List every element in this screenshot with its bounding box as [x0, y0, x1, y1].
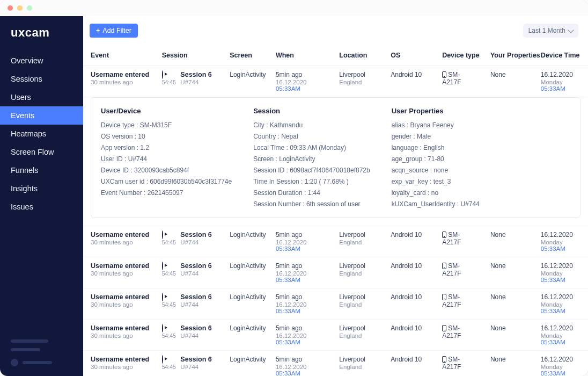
play-icon[interactable] — [162, 262, 163, 270]
your-properties: None — [483, 288, 533, 319]
row-detail-panel: User/DeviceDevice type : SM-M315FOS vers… — [83, 97, 588, 226]
sidebar-item-funnels[interactable]: Funnels — [0, 161, 83, 179]
location-country: England — [339, 301, 379, 308]
toolbar: + Add Filter Last 1 Month — [83, 16, 588, 45]
sidebar-item-users[interactable]: Users — [0, 88, 83, 106]
logo: uxcam — [0, 16, 83, 52]
col-screen[interactable]: Screen — [222, 45, 268, 66]
table-row[interactable]: Username entered30 minutes ago54:45Sessi… — [83, 66, 588, 97]
os-name: Android 10 — [383, 257, 435, 288]
table-row[interactable]: Username entered30 minutes ago54:45Sessi… — [83, 288, 588, 319]
screen-name: LoginActivity — [222, 226, 268, 257]
sidebar: uxcam OverviewSessionsUsersEventsHeatmap… — [0, 16, 83, 376]
device-date: 16.12.2020 — [541, 356, 584, 363]
zoom-dot[interactable] — [27, 5, 32, 11]
device-type: SM-A217F — [435, 257, 483, 288]
detail-line: Event Number : 2621455097 — [101, 187, 232, 199]
when-abs: 16.12.2020 05:33AM — [276, 332, 327, 345]
col-os[interactable]: OS — [383, 45, 435, 66]
location-city: Liverpool — [339, 293, 379, 301]
detail-line: acqn_source : none — [392, 165, 480, 176]
detail-line: Local Time : 09:33 AM (Monday) — [253, 142, 370, 154]
your-properties: None — [483, 66, 533, 97]
event-name: Username entered — [91, 71, 150, 78]
close-dot[interactable] — [8, 5, 13, 11]
session-name[interactable]: Session 6 — [180, 293, 218, 301]
detail-session: SessionCity : KathmanduCountry : NepalLo… — [253, 105, 370, 210]
device-type: SM-A217F — [435, 66, 483, 97]
location-country: England — [339, 364, 379, 370]
device-type: SM-A217F — [435, 288, 483, 319]
os-name: Android 10 — [383, 66, 435, 97]
sidebar-item-screen-flow[interactable]: Screen Flow — [0, 143, 83, 161]
detail-line: Country : Nepal — [253, 131, 370, 142]
event-subtext: 30 minutes ago — [91, 332, 150, 339]
table-row[interactable]: Username entered30 minutes ago54:45Sessi… — [83, 226, 588, 257]
add-filter-label: Add Filter — [102, 27, 131, 34]
device-day: Monday 05:33AM — [541, 270, 584, 283]
col-your-properties[interactable]: Your Properties — [483, 45, 533, 66]
session-name[interactable]: Session 6 — [180, 71, 218, 78]
device-date: 16.12.2020 — [541, 71, 584, 78]
your-properties: None — [483, 257, 533, 288]
session-name[interactable]: Session 6 — [180, 231, 218, 238]
when-rel: 5min ago — [276, 231, 327, 238]
play-icon[interactable] — [162, 324, 163, 332]
device-type: SM-A217F — [435, 226, 483, 257]
col-device-time[interactable]: Device Time — [533, 45, 588, 66]
detail-line: exp_var_key : test_3 — [392, 176, 480, 187]
sidebar-item-events[interactable]: Events — [0, 106, 83, 125]
phone-icon — [442, 325, 446, 331]
event-name: Username entered — [91, 293, 150, 301]
sidebar-item-sessions[interactable]: Sessions — [0, 70, 83, 88]
session-name[interactable]: Session 6 — [180, 262, 218, 270]
device-date: 16.12.2020 — [541, 293, 584, 301]
location-country: England — [339, 79, 379, 85]
session-user: U#744 — [180, 270, 218, 277]
col-device-type[interactable]: Device type — [435, 45, 483, 66]
phone-icon — [442, 263, 446, 269]
play-icon[interactable] — [162, 230, 163, 239]
location-country: England — [339, 270, 379, 277]
col-when[interactable]: When — [268, 45, 332, 66]
detail-line: gender : Male — [392, 131, 480, 142]
os-name: Android 10 — [383, 319, 435, 350]
sidebar-item-overview[interactable]: Overview — [0, 52, 83, 70]
location-city: Liverpool — [339, 324, 379, 332]
when-abs: 16.12.2020 05:33AM — [276, 364, 327, 376]
event-subtext: 30 minutes ago — [91, 270, 150, 277]
session-duration: 54:45 — [162, 364, 176, 370]
session-name[interactable]: Session 6 — [180, 356, 218, 363]
device-date: 16.12.2020 — [541, 262, 584, 270]
col-session[interactable]: Session — [155, 45, 223, 66]
when-rel: 5min ago — [276, 262, 327, 270]
table-row[interactable]: Username entered30 minutes ago54:45Sessi… — [83, 319, 588, 350]
detail-line: alias : Bryana Feeney — [392, 120, 480, 131]
os-name: Android 10 — [383, 288, 435, 319]
sidebar-item-heatmaps[interactable]: Heatmaps — [0, 125, 83, 143]
when-rel: 5min ago — [276, 71, 327, 78]
minimize-dot[interactable] — [17, 5, 23, 11]
phone-icon — [442, 71, 446, 78]
col-location[interactable]: Location — [332, 45, 383, 66]
play-icon[interactable] — [162, 70, 163, 79]
table-row[interactable]: Username entered30 minutes ago54:45Sessi… — [83, 350, 588, 376]
location-city: Liverpool — [339, 356, 379, 363]
sidebar-item-insights[interactable]: Insights — [0, 179, 83, 198]
device-day: Monday 05:33AM — [541, 239, 584, 252]
session-name[interactable]: Session 6 — [180, 324, 218, 332]
device-type: SM-A217F — [435, 319, 483, 350]
detail-line: Time In Session : 1:20 ( 77.68% ) — [253, 176, 370, 187]
play-icon[interactable] — [162, 355, 163, 364]
col-event[interactable]: Event — [83, 45, 155, 66]
table-row[interactable]: Username entered30 minutes ago54:45Sessi… — [83, 257, 588, 288]
date-range-dropdown[interactable]: Last 1 Month — [523, 24, 578, 38]
screen-name: LoginActivity — [222, 288, 268, 319]
sidebar-item-issues[interactable]: Issues — [0, 198, 83, 216]
add-filter-button[interactable]: + Add Filter — [90, 24, 138, 38]
detail-title: Session — [253, 105, 370, 118]
session-duration: 54:45 — [162, 239, 176, 245]
event-subtext: 30 minutes ago — [91, 79, 150, 85]
event-subtext: 30 minutes ago — [91, 239, 150, 245]
play-icon[interactable] — [162, 293, 163, 301]
